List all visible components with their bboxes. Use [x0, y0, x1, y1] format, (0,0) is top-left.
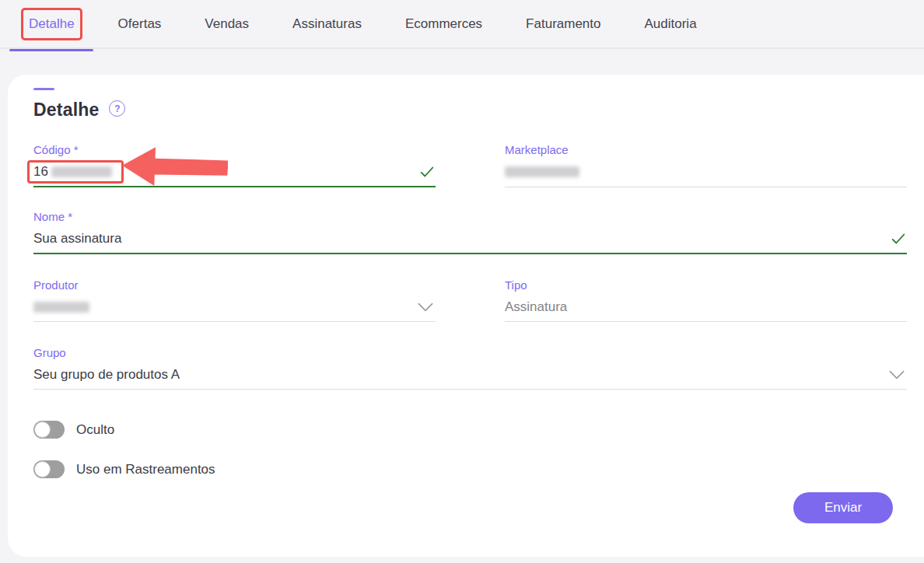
toggle-knob: [34, 461, 51, 477]
tab-detalhe-label: Detalhe: [29, 16, 75, 31]
redacted-produtor-blur: [33, 302, 89, 313]
nome-input[interactable]: Sua assinatura: [33, 229, 907, 253]
form-footer: Enviar: [33, 492, 907, 523]
tab-vendas[interactable]: Vendas: [205, 13, 249, 35]
marketplace-value: [505, 163, 907, 186]
toggle-row-rastreamentos: Uso em Rastreamentos: [33, 460, 907, 478]
submit-button[interactable]: Enviar: [793, 492, 893, 523]
valid-check-icon: [418, 163, 436, 180]
field-nome: Nome * Sua assinatura: [33, 209, 907, 254]
valid-check-icon: [890, 230, 907, 247]
nome-label: Nome *: [33, 209, 907, 225]
tab-faturamento[interactable]: Faturamento: [526, 13, 600, 35]
tab-detalhe[interactable]: Detalhe: [29, 13, 75, 35]
produtor-select[interactable]: [33, 298, 436, 321]
codigo-value: 16: [33, 164, 48, 180]
tab-auditoria[interactable]: Auditoria: [645, 13, 697, 35]
marketplace-label: Marketplace: [505, 142, 907, 158]
field-tipo: Tipo Assinatura: [505, 278, 907, 322]
tab-ecommerces[interactable]: Ecommerces: [405, 13, 482, 35]
oculto-toggle[interactable]: [33, 421, 65, 439]
codigo-input[interactable]: 16: [33, 163, 436, 186]
rastreamentos-toggle[interactable]: [33, 460, 65, 478]
grupo-value: Seu grupo de produtos A: [33, 367, 180, 383]
field-grupo: Grupo Seu grupo de produtos A: [33, 345, 907, 390]
tab-assinaturas[interactable]: Assinaturas: [292, 13, 362, 35]
chevron-down-icon[interactable]: [887, 365, 907, 385]
redacted-codigo-blur: [51, 166, 112, 177]
toggle-row-oculto: Oculto: [33, 421, 907, 439]
page-title: Detalhe: [33, 100, 99, 121]
oculto-label: Oculto: [76, 422, 114, 438]
section-accent-dash: [33, 88, 54, 90]
produtor-label: Produtor: [33, 278, 436, 293]
tipo-value: Assinatura: [505, 298, 907, 321]
nome-value: Sua assinatura: [33, 231, 121, 247]
tab-ofertas[interactable]: Ofertas: [118, 13, 162, 35]
grupo-select[interactable]: Seu grupo de produtos A: [33, 365, 907, 389]
toggle-knob: [34, 421, 51, 438]
codigo-label: Código *: [33, 142, 436, 158]
field-codigo: Código * 16: [33, 142, 436, 187]
rastreamentos-label: Uso em Rastreamentos: [76, 462, 215, 477]
active-tab-indicator: [9, 49, 93, 51]
redacted-marketplace-blur: [505, 166, 579, 177]
tipo-label: Tipo: [505, 278, 907, 293]
grupo-label: Grupo: [33, 345, 907, 361]
tab-bar: Detalhe Ofertas Vendas Assinaturas Ecomm…: [0, 0, 924, 49]
field-marketplace: Marketplace: [505, 142, 907, 187]
help-icon[interactable]: ?: [109, 100, 125, 117]
detail-card: Detalhe ? Código * 16 Marketplace Nome: [8, 75, 924, 557]
chevron-down-icon[interactable]: [415, 297, 436, 317]
tipo-value-text: Assinatura: [505, 299, 567, 315]
field-produtor: Produtor: [33, 278, 436, 322]
annotation-box-codigo-value: 16: [27, 160, 124, 184]
